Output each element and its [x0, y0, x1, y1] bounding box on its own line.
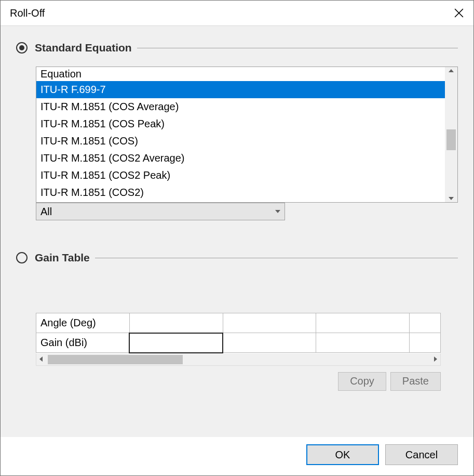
equation-listbox: Equation ITU-R F.699-7 ITU-R M.1851 (COS…	[36, 67, 458, 203]
standard-equation-radio[interactable]	[16, 42, 28, 54]
ok-button[interactable]: OK	[306, 444, 379, 465]
standard-equation-group: Standard Equation Equation ITU-R F.699-7…	[16, 42, 458, 220]
scroll-thumb[interactable]	[48, 355, 183, 364]
angle-cell[interactable]	[410, 313, 441, 333]
gain-table-radio[interactable]	[16, 252, 28, 263]
equation-list-item[interactable]: ITU-R M.1851 (COS2 Peak)	[36, 167, 445, 184]
angle-cell[interactable]	[316, 313, 410, 333]
equation-list-item[interactable]: ITU-R M.1851 (COS2)	[36, 184, 445, 201]
equation-list-item[interactable]: ITU-R M.1851 (COS3 Average)	[36, 201, 445, 202]
window-title: Roll-Off	[10, 7, 444, 19]
dialog-window: Roll-Off Standard Equation Equation ITU-…	[0, 0, 474, 476]
scroll-thumb[interactable]	[446, 129, 456, 150]
gain-table-group: Gain Table Angle (Deg) Gain (dBi)	[16, 252, 458, 391]
angle-row-label: Angle (Deg)	[36, 313, 130, 333]
gain-table-header: Gain Table	[16, 252, 458, 264]
group-separator	[95, 258, 458, 258]
cancel-button[interactable]: Cancel	[385, 444, 458, 465]
equation-list-item[interactable]: ITU-R F.699-7	[36, 81, 445, 98]
copy-paste-row: Copy Paste	[36, 372, 441, 391]
paste-button[interactable]: Paste	[390, 372, 441, 391]
angle-cell[interactable]	[223, 313, 316, 333]
gain-cell[interactable]	[223, 333, 316, 353]
close-icon	[454, 8, 464, 18]
chevron-down-icon	[275, 210, 280, 213]
standard-equation-label: Standard Equation	[35, 42, 132, 54]
spacer	[16, 276, 458, 313]
gain-table-h-scrollbar[interactable]	[36, 353, 441, 366]
equation-list-header: Equation	[36, 67, 445, 81]
scroll-down-icon[interactable]	[449, 197, 454, 200]
close-button[interactable]	[444, 1, 473, 25]
table-row: Gain (dBi)	[36, 333, 441, 353]
equation-list-item[interactable]: ITU-R M.1851 (COS2 Average)	[36, 150, 445, 167]
spacer	[16, 401, 458, 432]
gain-table: Angle (Deg) Gain (dBi)	[36, 313, 441, 353]
standard-equation-header: Standard Equation	[16, 42, 458, 54]
equation-filter-value: All	[40, 206, 52, 218]
gain-cell[interactable]	[316, 333, 410, 353]
equation-list-item[interactable]: ITU-R M.1851 (COS)	[36, 133, 445, 150]
gain-cell[interactable]	[410, 333, 441, 353]
equation-list-item[interactable]: ITU-R M.1851 (COS Peak)	[36, 115, 445, 133]
gain-cell[interactable]	[129, 333, 223, 353]
equation-filter-dropdown[interactable]: All	[36, 203, 285, 220]
gain-table-wrap: Angle (Deg) Gain (dBi)	[36, 313, 458, 366]
dialog-body: Standard Equation Equation ITU-R F.699-7…	[1, 26, 473, 437]
scroll-right-icon[interactable]	[434, 356, 437, 362]
gain-table-label: Gain Table	[35, 252, 90, 264]
angle-cell[interactable]	[129, 313, 223, 333]
equation-list-item[interactable]: ITU-R M.1851 (COS Average)	[36, 98, 445, 115]
copy-button[interactable]: Copy	[338, 372, 386, 391]
scroll-up-icon[interactable]	[449, 69, 454, 72]
gain-row-label: Gain (dBi)	[36, 333, 130, 353]
equation-list[interactable]: Equation ITU-R F.699-7 ITU-R M.1851 (COS…	[36, 67, 445, 202]
scroll-left-icon[interactable]	[39, 356, 43, 362]
dialog-footer: OK Cancel	[1, 437, 473, 475]
group-separator	[137, 48, 458, 48]
title-bar: Roll-Off	[1, 1, 473, 26]
table-row: Angle (Deg)	[36, 313, 441, 333]
equation-list-scrollbar[interactable]	[445, 67, 457, 202]
